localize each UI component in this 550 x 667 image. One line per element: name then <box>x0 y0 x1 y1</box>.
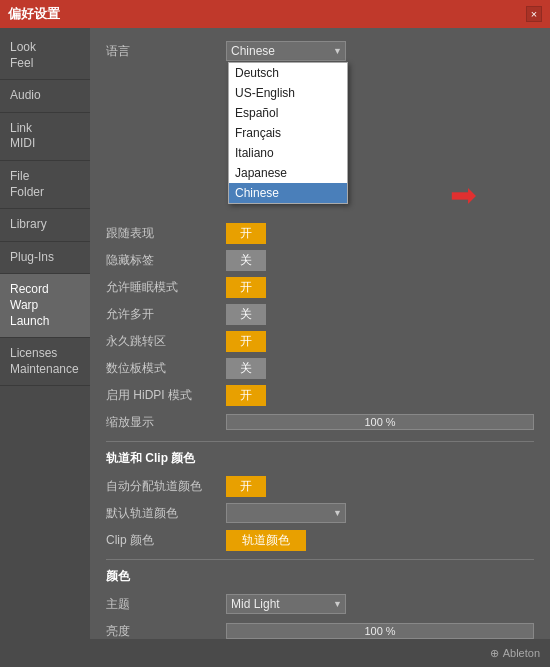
label-brightness: 亮度 <box>106 623 226 640</box>
label-hidden-tabs: 隐藏标签 <box>106 252 226 269</box>
section-title-color: 颜色 <box>106 568 534 585</box>
zoom-slider[interactable]: 100 % <box>226 414 534 430</box>
sidebar-item-audio[interactable]: Audio <box>0 80 90 113</box>
row-brightness: 亮度 100 % <box>106 620 534 639</box>
sidebar-item-file-folder[interactable]: FileFolder <box>0 161 90 209</box>
divider-1 <box>106 441 534 442</box>
clip-color-button[interactable]: 轨道颜色 <box>226 530 306 551</box>
dropdown-item-chinese[interactable]: Chinese <box>229 183 347 203</box>
logo-icon: ⊕ <box>490 647 499 660</box>
default-color-select[interactable] <box>226 503 346 523</box>
row-theme: 主题 Mid Light <box>106 593 534 615</box>
content-area: LookFeel Audio LinkMIDI FileFolder Libra… <box>0 28 550 639</box>
brightness-slider[interactable]: 100 % <box>226 623 534 639</box>
sidebar-item-library[interactable]: Library <box>0 209 90 242</box>
control-permanent-scrub: 开 <box>226 331 534 352</box>
row-sleep-mode: 允许睡眠模式 开 <box>106 276 534 298</box>
label-tablet-mode: 数位板模式 <box>106 360 226 377</box>
label-auto-color: 自动分配轨道颜色 <box>106 478 226 495</box>
default-color-select-wrapper[interactable] <box>226 503 346 523</box>
sidebar-item-record-warp-launch[interactable]: RecordWarpLaunch <box>0 274 90 338</box>
label-permanent-scrub: 永久跳转区 <box>106 333 226 350</box>
control-zoom: 100 % <box>226 414 534 430</box>
bottom-bar: ⊕ Ableton <box>0 639 550 667</box>
control-follow: 开 <box>226 223 534 244</box>
theme-select[interactable]: Mid Light <box>226 594 346 614</box>
toggle-follow[interactable]: 开 <box>226 223 266 244</box>
row-hidden-tabs: 隐藏标签 关 <box>106 249 534 271</box>
main-content: 语言 Chinese Deutsch US-English Español Fr… <box>90 28 550 639</box>
title-bar: 偏好设置 × <box>0 0 550 28</box>
control-sleep-mode: 开 <box>226 277 534 298</box>
control-theme: Mid Light <box>226 594 534 614</box>
divider-2 <box>106 559 534 560</box>
toggle-permanent-scrub[interactable]: 开 <box>226 331 266 352</box>
dropdown-item-deutsch[interactable]: Deutsch <box>229 63 347 83</box>
label-sleep-mode: 允许睡眠模式 <box>106 279 226 296</box>
dropdown-item-us-english[interactable]: US-English <box>229 83 347 103</box>
control-multi-open: 关 <box>226 304 534 325</box>
control-hidpi: 开 <box>226 385 534 406</box>
row-zoom: 缩放显示 100 % <box>106 411 534 433</box>
dropdown-item-italiano[interactable]: Italiano <box>229 143 347 163</box>
row-auto-color: 自动分配轨道颜色 开 <box>106 475 534 497</box>
label-multi-open: 允许多开 <box>106 306 226 323</box>
row-language: 语言 Chinese Deutsch US-English Español Fr… <box>106 40 534 62</box>
zoom-value: 100 % <box>227 416 533 428</box>
sidebar-item-look-feel[interactable]: LookFeel <box>0 32 90 80</box>
row-tablet-mode: 数位板模式 关 <box>106 357 534 379</box>
language-dropdown[interactable]: Deutsch US-English Español Français Ital… <box>228 62 348 204</box>
preferences-window: 偏好设置 × LookFeel Audio LinkMIDI FileFolde… <box>0 0 550 667</box>
toggle-multi-open[interactable]: 关 <box>226 304 266 325</box>
control-tablet-mode: 关 <box>226 358 534 379</box>
label-zoom: 缩放显示 <box>106 414 226 431</box>
window-title: 偏好设置 <box>8 5 60 23</box>
toggle-tablet-mode[interactable]: 关 <box>226 358 266 379</box>
label-follow: 跟随表现 <box>106 225 226 242</box>
toggle-sleep-mode[interactable]: 开 <box>226 277 266 298</box>
row-hidpi: 启用 HiDPI 模式 开 <box>106 384 534 406</box>
label-language: 语言 <box>106 43 226 60</box>
label-theme: 主题 <box>106 596 226 613</box>
language-select-wrapper[interactable]: Chinese <box>226 41 346 61</box>
control-language: Chinese Deutsch US-English Español Franç… <box>226 41 534 61</box>
logo-text: Ableton <box>503 647 540 659</box>
label-hidpi: 启用 HiDPI 模式 <box>106 387 226 404</box>
label-clip-color: Clip 颜色 <box>106 532 226 549</box>
dropdown-item-francais[interactable]: Français <box>229 123 347 143</box>
ableton-logo: ⊕ Ableton <box>490 647 540 660</box>
control-clip-color: 轨道颜色 <box>226 530 534 551</box>
language-select[interactable]: Chinese <box>226 41 346 61</box>
control-auto-color: 开 <box>226 476 534 497</box>
row-follow: 跟随表现 开 <box>106 222 534 244</box>
theme-select-wrapper[interactable]: Mid Light <box>226 594 346 614</box>
control-default-track-color <box>226 503 534 523</box>
row-default-track-color: 默认轨道颜色 <box>106 502 534 524</box>
label-default-track-color: 默认轨道颜色 <box>106 505 226 522</box>
toggle-hidpi[interactable]: 开 <box>226 385 266 406</box>
section-title-track-clip: 轨道和 Clip 颜色 <box>106 450 534 467</box>
sidebar-item-plug-ins[interactable]: Plug-Ins <box>0 242 90 275</box>
control-hidden-tabs: 关 <box>226 250 534 271</box>
dropdown-item-japanese[interactable]: Japanese <box>229 163 347 183</box>
sidebar-item-licenses-maintenance[interactable]: LicensesMaintenance <box>0 338 90 386</box>
dropdown-item-espanol[interactable]: Español <box>229 103 347 123</box>
close-button[interactable]: × <box>526 6 542 22</box>
row-clip-color: Clip 颜色 轨道颜色 <box>106 529 534 551</box>
toggle-hidden-tabs[interactable]: 关 <box>226 250 266 271</box>
sidebar: LookFeel Audio LinkMIDI FileFolder Libra… <box>0 28 90 639</box>
sidebar-item-link-midi[interactable]: LinkMIDI <box>0 113 90 161</box>
control-brightness: 100 % <box>226 623 534 639</box>
row-multi-open: 允许多开 关 <box>106 303 534 325</box>
toggle-auto-color[interactable]: 开 <box>226 476 266 497</box>
brightness-value: 100 % <box>227 625 533 637</box>
row-permanent-scrub: 永久跳转区 开 <box>106 330 534 352</box>
